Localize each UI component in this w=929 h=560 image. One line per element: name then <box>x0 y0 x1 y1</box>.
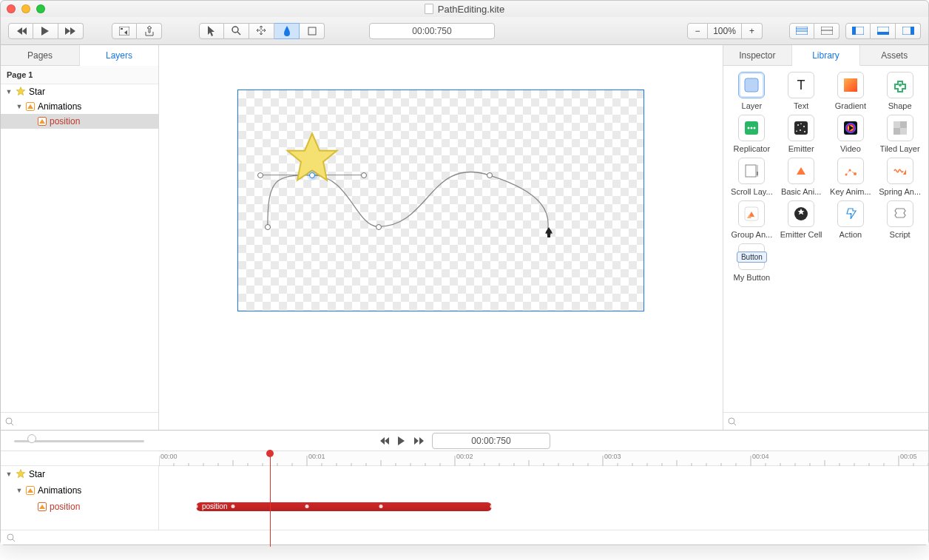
keyframe-dot[interactable] <box>195 505 198 508</box>
path-tangent-handle[interactable] <box>361 172 367 178</box>
svg-rect-38 <box>746 165 756 177</box>
tab-library[interactable]: Library <box>792 45 861 66</box>
ruler-label: 00:02 <box>456 453 473 460</box>
tab-assets[interactable]: Assets <box>860 45 928 65</box>
canvas[interactable] <box>159 45 723 430</box>
preview-mode-button[interactable] <box>112 23 137 39</box>
right-tabs: Inspector Library Assets <box>723 45 928 66</box>
library-item-mybutton[interactable]: ButtonMy Button <box>729 243 774 282</box>
library-item-label: Replicator <box>734 144 771 153</box>
panel-view1-button[interactable] <box>789 23 814 39</box>
rewind-button[interactable] <box>8 23 33 39</box>
path-tangent-handle[interactable] <box>257 172 263 178</box>
rewind-button[interactable] <box>379 436 389 445</box>
disclosure-icon[interactable]: ▼ <box>16 487 23 494</box>
library-item-replicator[interactable]: Replicator <box>729 115 774 153</box>
library-item-keyanim[interactable]: Key Anim... <box>828 158 874 196</box>
library-item-springanim[interactable]: Spring An... <box>877 158 922 196</box>
tree-label: Star <box>29 469 45 479</box>
timeline-zoom-slider[interactable] <box>14 436 144 445</box>
play-button[interactable] <box>398 436 405 445</box>
library-item-text[interactable]: TText <box>779 72 824 110</box>
library-item-shape[interactable]: Shape <box>877 72 922 110</box>
tree-row-animations[interactable]: ▼ Animations <box>1 99 158 114</box>
library-item-emittercell[interactable]: Emitter Cell <box>779 200 824 239</box>
timeline-tracks[interactable]: position <box>159 466 928 530</box>
toolbar: 00:00:750 − 100% + <box>1 17 928 45</box>
select-tool-button[interactable] <box>199 23 224 39</box>
svg-rect-13 <box>877 32 889 35</box>
path-point[interactable] <box>376 224 382 230</box>
tiledlayer-icon <box>887 115 913 141</box>
panel-view2-button[interactable] <box>814 23 840 39</box>
play-button[interactable] <box>33 23 58 39</box>
library-item-action[interactable]: Action <box>828 200 874 239</box>
tab-pages[interactable]: Pages <box>1 45 80 65</box>
library-grid: LayerTTextGradientShapeReplicatorEmitter… <box>723 66 928 412</box>
zoom-out-button[interactable]: − <box>687 23 708 39</box>
library-item-script[interactable]: Script <box>877 200 922 239</box>
library-item-video[interactable]: Video <box>828 115 874 153</box>
library-item-gradient[interactable]: Gradient <box>828 72 874 110</box>
zoom-value[interactable]: 100% <box>708 23 742 39</box>
shape-tool-button[interactable] <box>300 23 325 39</box>
library-item-layer[interactable]: Layer <box>729 72 774 110</box>
path-point[interactable] <box>265 224 271 230</box>
timeline-time-display[interactable]: 00:00:750 <box>432 433 550 449</box>
library-item-tiledlayer[interactable]: Tiled Layer <box>877 115 922 153</box>
table-row[interactable]: ▼ Animations <box>1 482 158 499</box>
keyframe-dot[interactable] <box>379 505 383 508</box>
tree-row-star[interactable]: ▼ Star <box>1 84 158 99</box>
table-row[interactable]: ▼ Star <box>1 466 158 482</box>
svg-text:T: T <box>797 78 805 92</box>
fast-forward-button[interactable] <box>58 23 84 39</box>
library-item-scrolllayer[interactable]: Scroll Lay... <box>729 158 774 196</box>
timeline-search[interactable] <box>1 530 928 544</box>
tab-inspector[interactable]: Inspector <box>723 45 792 65</box>
keyframe-dot[interactable] <box>490 505 494 508</box>
disclosure-icon[interactable]: ▼ <box>16 103 23 110</box>
artboard[interactable] <box>237 90 644 311</box>
svg-rect-19 <box>745 78 758 92</box>
disclosure-icon[interactable]: ▼ <box>5 470 13 478</box>
mybutton-icon: Button <box>738 243 765 270</box>
path-point[interactable] <box>487 172 493 178</box>
keyframe-dot[interactable] <box>232 505 235 508</box>
animation-track-position[interactable]: position <box>196 502 492 511</box>
layer-search[interactable] <box>1 412 158 430</box>
time-display[interactable]: 00:00:750 <box>369 23 495 39</box>
library-search[interactable] <box>723 412 928 430</box>
left-panel-toggle[interactable] <box>845 23 871 39</box>
panel-toggles-2 <box>845 23 921 39</box>
pen-tool-button[interactable] <box>274 23 300 39</box>
path-point-selected[interactable] <box>309 172 315 178</box>
layer-icon <box>738 72 765 98</box>
page-header[interactable]: Page 1 <box>1 66 158 84</box>
table-row[interactable]: ▼ position <box>1 499 158 515</box>
tree-label: position <box>50 116 80 126</box>
library-item-emitter[interactable]: Emitter <box>779 115 824 153</box>
shape-icon <box>887 72 913 98</box>
svg-line-17 <box>11 423 13 425</box>
timeline-ruler[interactable]: 00:0000:0100:0200:0300:0400:05 <box>159 451 928 466</box>
svg-rect-15 <box>911 27 914 35</box>
bottom-panel-toggle[interactable] <box>871 23 896 39</box>
keyframe-dot[interactable] <box>305 505 309 508</box>
zoom-tool-button[interactable] <box>224 23 249 39</box>
star-icon <box>16 469 26 479</box>
share-button[interactable] <box>137 23 162 39</box>
disclosure-icon[interactable]: ▼ <box>5 88 13 95</box>
ruler-label: 00:05 <box>900 453 917 460</box>
svg-line-48 <box>734 423 736 425</box>
tree-row-position[interactable]: ▼ position <box>1 114 158 129</box>
library-item-basicanim[interactable]: Basic Ani... <box>779 158 824 196</box>
pan-tool-button[interactable] <box>249 23 274 39</box>
right-panel-toggle[interactable] <box>896 23 921 39</box>
zoom-in-button[interactable]: + <box>742 23 763 39</box>
path-curve[interactable] <box>238 90 643 311</box>
fast-forward-button[interactable] <box>414 436 425 445</box>
library-item-groupanim[interactable]: Group An... <box>729 200 774 239</box>
panel-toggles-1 <box>789 23 840 39</box>
tab-layers[interactable]: Layers <box>80 45 158 66</box>
star-layer[interactable] <box>283 131 342 190</box>
